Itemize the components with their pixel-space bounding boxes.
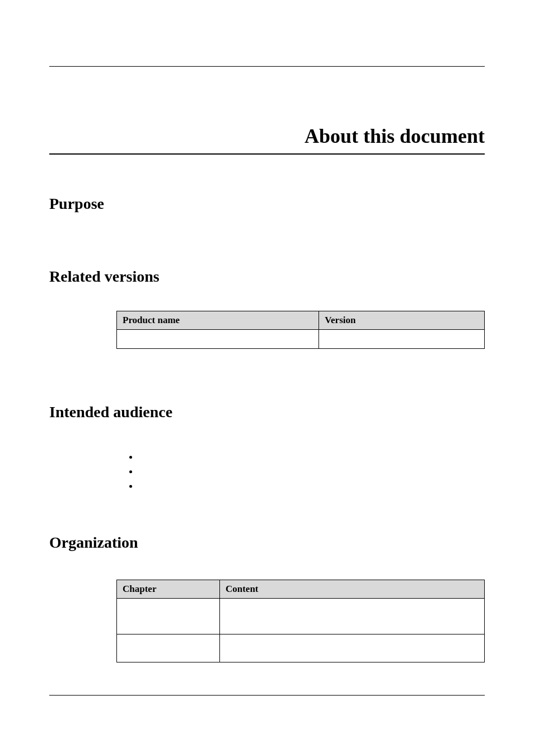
table-row — [117, 634, 485, 662]
section-intended-audience: Intended audience — [49, 403, 485, 421]
list-item — [139, 449, 485, 464]
list-item — [139, 478, 485, 493]
title-block: About this document — [49, 124, 485, 155]
col-product-name: Product name — [117, 311, 319, 330]
table-header-row: Chapter Content — [117, 580, 485, 599]
table-row — [117, 599, 485, 634]
organization-table: Chapter Content — [116, 580, 485, 662]
intended-audience-heading: Intended audience — [49, 403, 485, 421]
cell-version — [319, 330, 485, 349]
table-row — [117, 330, 485, 349]
intended-audience-list — [116, 449, 485, 493]
col-chapter: Chapter — [117, 580, 220, 599]
related-versions-heading: Related versions — [49, 268, 485, 286]
section-purpose: Purpose — [49, 195, 485, 213]
cell-content — [219, 599, 484, 634]
cell-chapter — [117, 599, 220, 634]
section-related-versions: Related versions — [49, 268, 485, 286]
col-content: Content — [219, 580, 484, 599]
page: About this document Purpose Related vers… — [49, 0, 485, 756]
organization-table-wrap: Chapter Content — [116, 580, 485, 662]
cell-content — [219, 634, 484, 662]
table-header-row: Product name Version — [117, 311, 485, 330]
organization-heading: Organization — [49, 534, 485, 552]
cell-chapter — [117, 634, 220, 662]
related-versions-table-wrap: Product name Version — [116, 311, 485, 349]
purpose-heading: Purpose — [49, 195, 485, 213]
top-rule — [49, 66, 485, 67]
related-versions-table: Product name Version — [116, 311, 485, 349]
bottom-rule — [49, 695, 485, 696]
intended-audience-list-wrap — [116, 449, 485, 493]
col-version: Version — [319, 311, 485, 330]
list-item — [139, 464, 485, 478]
document-title: About this document — [49, 124, 485, 148]
section-organization: Organization — [49, 534, 485, 552]
cell-product-name — [117, 330, 319, 349]
